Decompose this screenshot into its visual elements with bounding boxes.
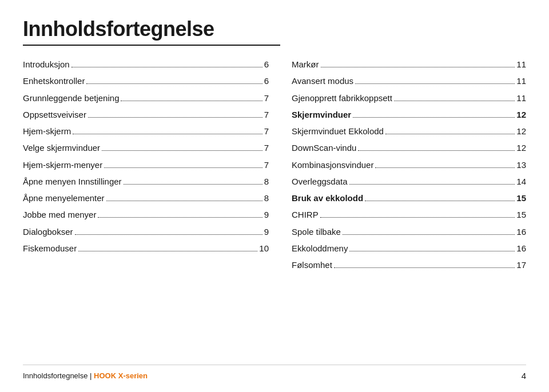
toc-text: Grunnleggende betjening [23, 91, 119, 105]
toc-entry-left-11: Fiskemoduser10 [23, 240, 269, 257]
toc-entry-left-6: Hjem-skjerm-menyer7 [23, 157, 269, 173]
toc-text: Markør [292, 58, 319, 71]
toc-dots [124, 184, 262, 185]
toc-dots [106, 201, 262, 201]
toc-text: CHIRP [292, 208, 319, 221]
toc-dots [343, 234, 515, 235]
toc-text: Avansert modus [292, 74, 353, 87]
toc-dots [334, 267, 515, 268]
toc-page: 11 [516, 58, 526, 71]
toc-text: Introduksjon [23, 58, 70, 71]
toc-page: 15 [516, 208, 526, 221]
toc-text: Oppsettsveiviser [23, 108, 86, 121]
toc-dots [353, 117, 515, 118]
toc-text: Dialogbokser [23, 225, 73, 238]
toc-text: Velge skjermvinduer [23, 141, 100, 154]
toc-dots [78, 251, 257, 251]
toc-entry-left-9: Jobbe med menyer9 [23, 206, 269, 223]
toc-page: 7 [264, 125, 269, 138]
footer-page-number: 4 [522, 371, 526, 381]
toc-entry-left-2: Grunnleggende betjening7 [23, 90, 269, 106]
toc-text: Kombinasjonsvinduer [292, 158, 373, 171]
toc-entry-right-4: Skjermvinduet Ekkolodd12 [292, 123, 526, 139]
footer: Innholdsfortegnelse | HOOK X-serien 4 [23, 365, 526, 381]
toc-text: Fiskemoduser [23, 242, 77, 255]
left-column: Introduksjon6Enhetskontroller6Grunnlegge… [23, 56, 269, 353]
toc-page: 7 [264, 141, 269, 154]
toc-dots [86, 83, 262, 84]
toc-page: 7 [264, 158, 269, 171]
toc-dots [73, 134, 262, 134]
toc-entry-right-7: Overleggsdata14 [292, 173, 526, 190]
toc-text: Enhetskontroller [23, 74, 85, 87]
toc-entry-right-12: Følsomhet17 [292, 257, 526, 273]
toc-dots [349, 184, 515, 185]
right-column: Markør11Avansert modus11Gjenopprett fabr… [292, 56, 526, 353]
toc-dots [71, 67, 262, 67]
toc-page: 9 [264, 208, 269, 221]
toc-page: 11 [516, 74, 526, 87]
toc-dots [102, 150, 262, 151]
toc-page: 16 [516, 242, 526, 255]
title-divider [23, 45, 280, 46]
toc-dots [98, 217, 262, 218]
footer-left: Innholdsfortegnelse | HOOK X-serien [23, 371, 148, 380]
page-container: Innholdsfortegnelse Introduksjon6Enhetsk… [0, 0, 549, 392]
footer-section-label: Innholdsfortegnelse [23, 371, 87, 380]
toc-dots [104, 167, 262, 168]
toc-text: Skjermvinduer [292, 108, 351, 121]
toc-entry-right-2: Gjenopprett fabrikkoppsett11 [292, 90, 526, 106]
toc-entry-right-0: Markør11 [292, 56, 526, 73]
toc-entry-right-10: Spole tilbake16 [292, 223, 526, 240]
toc-entry-right-11: Ekkoloddmeny16 [292, 240, 526, 257]
toc-text: Gjenopprett fabrikkoppsett [292, 91, 392, 105]
toc-page: 12 [516, 141, 526, 154]
toc-dots [394, 101, 515, 101]
toc-page: 15 [516, 191, 526, 205]
toc-entry-left-8: Åpne menyelementer8 [23, 190, 269, 206]
toc-text: Spole tilbake [292, 225, 341, 238]
toc-dots [88, 117, 262, 118]
toc-text: Følsomhet [292, 258, 332, 271]
toc-entry-right-5: DownScan-vindu12 [292, 139, 526, 156]
toc-text: Bruk av ekkolodd [292, 191, 363, 205]
toc-dots [320, 217, 515, 218]
toc-entry-right-9: CHIRP15 [292, 206, 526, 223]
toc-entry-left-3: Oppsettsveiviser7 [23, 106, 269, 123]
toc-page: 10 [259, 242, 269, 255]
toc-dots [358, 150, 515, 151]
toc-entry-right-6: Kombinasjonsvinduer13 [292, 157, 526, 173]
toc-dots [121, 101, 262, 101]
toc-entry-left-0: Introduksjon6 [23, 56, 269, 73]
footer-brand: HOOK X-serien [94, 371, 148, 380]
toc-entry-left-10: Dialogbokser9 [23, 223, 269, 240]
toc-text: Åpne menyen Innstillinger [23, 175, 122, 188]
toc-dots [75, 234, 262, 235]
toc-entry-left-1: Enhetskontroller6 [23, 73, 269, 89]
toc-entry-right-3: Skjermvinduer12 [292, 106, 526, 123]
toc-page: 7 [264, 91, 269, 105]
toc-dots [349, 251, 515, 251]
toc-entry-left-7: Åpne menyen Innstillinger8 [23, 173, 269, 190]
content-columns: Introduksjon6Enhetskontroller6Grunnlegge… [23, 56, 526, 353]
toc-entry-left-4: Hjem-skjerm7 [23, 123, 269, 139]
toc-entry-right-1: Avansert modus11 [292, 73, 526, 89]
toc-text: Åpne menyelementer [23, 191, 105, 205]
toc-entry-left-5: Velge skjermvinduer7 [23, 139, 269, 156]
toc-text: Ekkoloddmeny [292, 242, 348, 255]
toc-page: 12 [516, 125, 526, 138]
toc-page: 8 [264, 191, 269, 205]
toc-page: 8 [264, 175, 269, 188]
toc-text: Jobbe med menyer [23, 208, 96, 221]
toc-text: Skjermvinduet Ekkolodd [292, 125, 384, 138]
toc-dots [355, 83, 515, 84]
toc-text: Overleggsdata [292, 175, 348, 188]
page-title: Innholdsfortegnelse [23, 17, 526, 41]
toc-text: Hjem-skjerm [23, 125, 71, 138]
toc-page: 16 [516, 225, 526, 238]
toc-dots [321, 67, 515, 67]
toc-text: Hjem-skjerm-menyer [23, 158, 102, 171]
toc-entry-right-8: Bruk av ekkolodd15 [292, 190, 526, 206]
toc-text: DownScan-vindu [292, 141, 356, 154]
toc-page: 17 [516, 258, 526, 271]
